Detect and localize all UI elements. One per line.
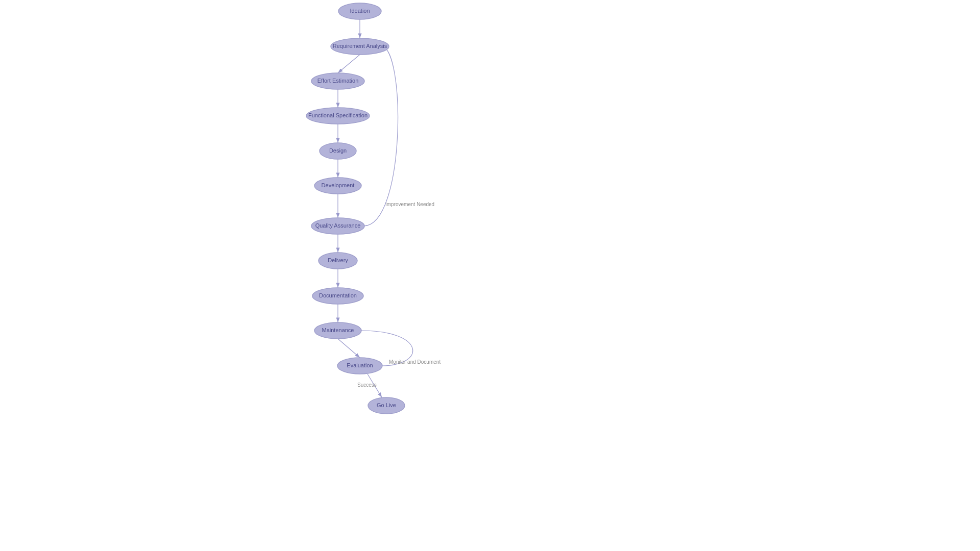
ideation-label: Ideation (350, 8, 370, 14)
arrow-maintenance-evaluation (338, 339, 360, 358)
diagram-container: Ideation Requirement Analysis Effort Est… (0, 0, 980, 551)
go-live-label: Go Live (377, 402, 396, 408)
development-label: Development (322, 182, 355, 188)
improvement-needed-label: Improvement Needed (385, 202, 434, 207)
arrow-requirement-effort (338, 55, 360, 73)
monitor-document-label: Monitor and Document (389, 359, 440, 365)
delivery-label: Delivery (328, 257, 348, 263)
arrow-improvement-feedback (363, 46, 398, 226)
evaluation-label: Evaluation (347, 362, 373, 368)
documentation-label: Documentation (319, 292, 357, 298)
flowchart-svg: Ideation Requirement Analysis Effort Est… (0, 0, 980, 551)
functional-specification-label: Functional Specification (308, 112, 368, 118)
maintenance-label: Maintenance (322, 327, 354, 333)
effort-estimation-label: Effort Estimation (317, 78, 359, 84)
requirement-analysis-label: Requirement Analysis (333, 43, 387, 49)
success-label: Success (357, 382, 377, 388)
quality-assurance-label: Quality Assurance (315, 222, 361, 229)
design-label: Design (329, 147, 347, 154)
